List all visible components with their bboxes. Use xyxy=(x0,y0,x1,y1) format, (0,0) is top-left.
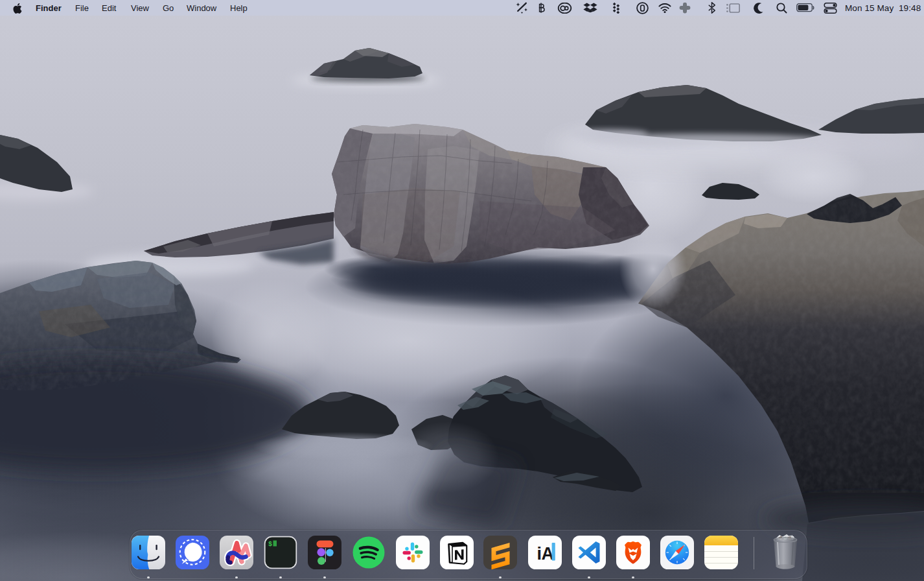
svg-text:$: $ xyxy=(268,541,272,548)
svg-text:iA: iA xyxy=(537,544,554,563)
